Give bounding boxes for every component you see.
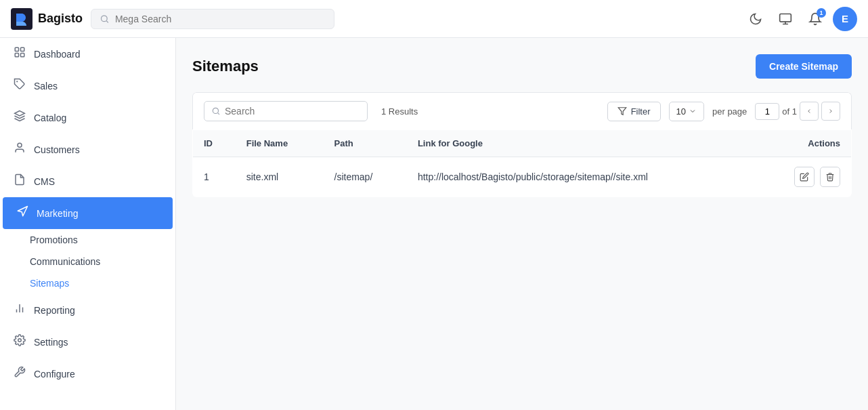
- svg-marker-15: [618, 108, 626, 115]
- svg-point-14: [213, 108, 218, 113]
- filter-button[interactable]: Filter: [607, 102, 661, 121]
- col-id: ID: [193, 130, 236, 157]
- delete-button[interactable]: [820, 167, 840, 187]
- sitemaps-table: ID File Name Path Link for Google Action…: [192, 129, 852, 197]
- table-header: ID File Name Path Link for Google Action…: [193, 130, 852, 157]
- moon-icon: [749, 12, 762, 26]
- search-icon: [211, 106, 221, 116]
- sidebar-sub-item-sitemaps[interactable]: Sitemaps: [30, 272, 175, 294]
- sidebar-item-dashboard[interactable]: Dashboard: [0, 38, 175, 70]
- sidebar-item-label: Marketing: [37, 208, 78, 219]
- create-sitemap-button[interactable]: Create Sitemap: [756, 54, 852, 79]
- layers-icon: [14, 110, 26, 125]
- file-icon: [14, 173, 26, 189]
- sidebar-item-settings[interactable]: Settings: [0, 326, 175, 358]
- sidebar-item-label: Configure: [34, 369, 75, 380]
- next-page-button[interactable]: [821, 102, 840, 121]
- sidebar-item-label: Sales: [34, 81, 58, 91]
- page-number-input[interactable]: [755, 103, 779, 120]
- sidebar-item-label: Dashboard: [34, 49, 81, 60]
- svg-rect-5: [15, 54, 18, 57]
- wrench-icon: [14, 366, 26, 382]
- logo-link[interactable]: Bagisto: [11, 8, 83, 30]
- dark-mode-toggle[interactable]: [743, 7, 768, 31]
- sidebar-sub-item-communications[interactable]: Communications: [30, 251, 175, 272]
- col-filename: File Name: [236, 130, 324, 157]
- notifications-btn[interactable]: 1: [803, 7, 827, 31]
- page-total-label: of 1: [782, 106, 797, 117]
- sidebar-item-label: Customers: [34, 144, 80, 155]
- chevron-left-icon: [806, 108, 812, 115]
- global-search-input[interactable]: [115, 14, 326, 24]
- svg-rect-3: [15, 47, 18, 51]
- sidebar-sub-item-promotions[interactable]: Promotions: [30, 229, 175, 251]
- nav-icons: 1 E: [743, 7, 857, 31]
- svg-point-9: [18, 143, 22, 147]
- sidebar-item-reporting[interactable]: Reporting: [0, 294, 175, 326]
- svg-point-1: [102, 16, 108, 22]
- display-toggle[interactable]: [773, 7, 798, 31]
- svg-point-13: [18, 339, 22, 342]
- notification-badge: 1: [817, 8, 826, 18]
- cell-link: http://localhost/Bagisto/public/storage/…: [407, 157, 757, 197]
- svg-rect-4: [21, 47, 24, 51]
- global-search-bar[interactable]: [91, 9, 334, 29]
- chevron-down-icon: [689, 107, 697, 115]
- main-content: Sitemaps Create Sitemap 1 Results: [176, 38, 868, 410]
- per-page-label: per page: [712, 106, 747, 117]
- sidebar-item-customers[interactable]: Customers: [0, 134, 175, 165]
- top-navigation: Bagisto 1 E: [0, 0, 868, 38]
- search-icon: [100, 14, 110, 24]
- table-search-input[interactable]: [225, 106, 360, 117]
- sidebar-item-sales[interactable]: Sales: [0, 70, 175, 102]
- svg-rect-6: [21, 54, 24, 57]
- svg-point-7: [16, 81, 18, 82]
- monitor-icon: [779, 12, 792, 26]
- results-count: 1 Results: [381, 106, 418, 117]
- cell-id: 1: [193, 157, 236, 197]
- per-page-selector[interactable]: 10: [669, 102, 704, 121]
- logo-icon: [11, 8, 32, 30]
- logo-text: Bagisto: [38, 12, 83, 26]
- grid-icon: [14, 46, 26, 62]
- chevron-right-icon: [827, 108, 834, 115]
- sidebar-item-catalog[interactable]: Catalog: [0, 102, 175, 134]
- svg-rect-2: [780, 14, 791, 22]
- trash-icon: [825, 172, 835, 182]
- gear-icon: [14, 334, 26, 350]
- edit-button[interactable]: [794, 167, 815, 187]
- edit-icon: [800, 172, 809, 182]
- table-wrapper: 1 Results Filter 10 per page: [192, 92, 852, 197]
- per-page-value: 10: [676, 106, 686, 117]
- megaphone-icon: [16, 205, 28, 221]
- page-header: Sitemaps Create Sitemap: [192, 54, 852, 79]
- table-controls: 1 Results Filter 10 per page: [192, 92, 852, 129]
- prev-page-button[interactable]: [800, 102, 819, 121]
- sidebar-item-label: Catalog: [34, 112, 66, 123]
- sidebar-item-label: CMS: [34, 176, 55, 187]
- action-icons: [768, 167, 840, 187]
- col-path: Path: [324, 130, 407, 157]
- marketing-submenu: Promotions Communications Sitemaps: [0, 229, 175, 294]
- cell-path: /sitemap/: [324, 157, 407, 197]
- tag-icon: [14, 78, 26, 94]
- app-layout: Dashboard Sales Catalog Customers CMS: [0, 38, 868, 410]
- col-link: Link for Google: [407, 130, 757, 157]
- table-row: 1 site.xml /sitemap/ http://localhost/Ba…: [193, 157, 852, 197]
- table-search-bar[interactable]: [204, 101, 368, 121]
- svg-marker-8: [15, 111, 25, 117]
- sidebar-item-marketing[interactable]: Marketing: [3, 197, 173, 229]
- pagination-controls: of 1: [755, 102, 840, 121]
- table-body: 1 site.xml /sitemap/ http://localhost/Ba…: [193, 157, 852, 197]
- cell-filename: site.xml: [236, 157, 324, 197]
- sidebar: Dashboard Sales Catalog Customers CMS: [0, 38, 176, 410]
- filter-icon: [617, 106, 627, 116]
- user-avatar-btn[interactable]: E: [833, 7, 857, 31]
- filter-label: Filter: [631, 106, 651, 117]
- cell-actions: [757, 157, 852, 197]
- page-title: Sitemaps: [192, 58, 259, 75]
- sidebar-item-cms[interactable]: CMS: [0, 165, 175, 197]
- sidebar-item-configure[interactable]: Configure: [0, 358, 175, 390]
- chart-icon: [14, 302, 26, 318]
- sidebar-item-label: Settings: [34, 337, 68, 348]
